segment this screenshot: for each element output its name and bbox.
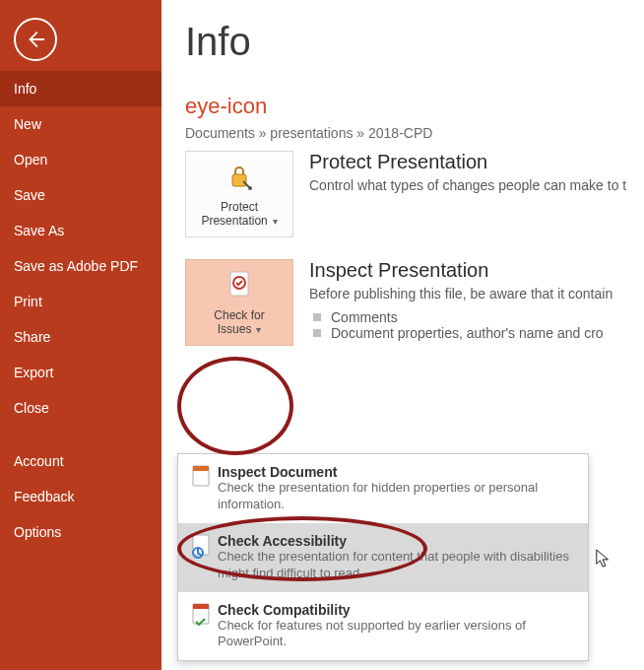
- inspect-bullets: Comments Document properties, author's n…: [309, 309, 644, 341]
- protect-presentation-button[interactable]: ProtectPresentation ▾: [185, 151, 293, 237]
- sidebar-item-close[interactable]: Close: [0, 390, 161, 426]
- backstage-sidebar: Info New Open Save Save As Save as Adobe…: [0, 0, 161, 670]
- sidebar-item-label: Options: [14, 524, 61, 540]
- menu-item-title: Check Compatibility: [218, 602, 576, 618]
- document-check-icon: [225, 270, 253, 302]
- menu-item-title: Inspect Document: [218, 464, 576, 480]
- arrow-left-icon: [25, 29, 46, 50]
- sidebar-item-savepdf[interactable]: Save as Adobe PDF: [0, 248, 161, 284]
- lock-icon: [225, 162, 254, 194]
- bullet-item: Document properties, author's name and c…: [309, 325, 644, 341]
- sidebar-item-save[interactable]: Save: [0, 177, 161, 213]
- sidebar-item-label: Print: [14, 294, 42, 309]
- compatibility-icon: [190, 602, 218, 651]
- sidebar-item-label: Account: [14, 453, 64, 469]
- accessibility-icon: [190, 533, 218, 582]
- chevron-down-icon: ▾: [253, 324, 261, 335]
- breadcrumb: Documents » presentations » 2018-CPD: [185, 125, 644, 141]
- menu-item-check-compatibility[interactable]: Check Compatibility Check for features n…: [178, 592, 588, 661]
- bullet-item: Comments: [309, 309, 644, 325]
- svg-rect-9: [193, 604, 209, 609]
- sidebar-item-label: Export: [14, 365, 53, 380]
- page-title: Info: [185, 20, 644, 64]
- sidebar-item-label: New: [14, 116, 41, 132]
- bullet-text: Comments: [331, 309, 398, 325]
- menu-item-title: Check Accessibility: [218, 533, 576, 549]
- sidebar-item-saveas[interactable]: Save As: [0, 213, 161, 248]
- sidebar-item-label: Save as Adobe PDF: [14, 258, 138, 274]
- inspect-heading: Inspect Presentation: [309, 259, 644, 282]
- sidebar-item-feedback[interactable]: Feedback: [0, 479, 161, 514]
- menu-item-desc: Check for features not supported by earl…: [218, 618, 576, 651]
- sidebar-item-label: Info: [14, 81, 36, 97]
- menu-item-inspect-document[interactable]: Inspect Document Check the presentation …: [178, 454, 588, 523]
- svg-rect-5: [193, 466, 209, 471]
- document-title: eye-icon: [185, 94, 644, 119]
- sidebar-item-label: Open: [14, 152, 47, 168]
- menu-item-desc: Check the presentation for hidden proper…: [218, 480, 576, 513]
- inspect-desc: Before publishing this file, be aware th…: [309, 286, 644, 302]
- back-button[interactable]: [14, 18, 57, 61]
- sidebar-item-options[interactable]: Options: [0, 514, 161, 550]
- document-search-icon: [190, 464, 218, 513]
- menu-item-desc: Check the presentation for content that …: [218, 549, 576, 582]
- sidebar-item-new[interactable]: New: [0, 106, 161, 142]
- sidebar-item-label: Share: [14, 329, 50, 345]
- chevron-down-icon: ▾: [270, 216, 278, 227]
- svg-rect-6: [193, 535, 209, 555]
- bullet-text: Document properties, author's name and c…: [331, 325, 604, 341]
- sidebar-item-label: Save As: [14, 223, 64, 238]
- sidebar-nav: Info New Open Save Save As Save as Adobe…: [0, 71, 161, 550]
- sidebar-item-open[interactable]: Open: [0, 142, 161, 177]
- sidebar-item-label: Feedback: [14, 489, 74, 504]
- menu-item-check-accessibility[interactable]: Check Accessibility Check the presentati…: [178, 523, 588, 592]
- svg-point-1: [248, 186, 252, 190]
- bullet-icon: [313, 313, 321, 321]
- tile-label: Check forIssues ▾: [214, 308, 264, 336]
- protect-desc: Control what types of changes people can…: [309, 177, 644, 193]
- svg-rect-0: [232, 174, 246, 186]
- sidebar-item-share[interactable]: Share: [0, 319, 161, 355]
- protect-heading: Protect Presentation: [309, 151, 644, 173]
- sidebar-item-label: Close: [14, 400, 49, 416]
- sidebar-item-label: Save: [14, 187, 45, 203]
- tile-label: ProtectPresentation ▾: [201, 200, 277, 228]
- check-for-issues-button[interactable]: Check forIssues ▾: [185, 259, 293, 346]
- sidebar-item-export[interactable]: Export: [0, 355, 161, 390]
- check-for-issues-menu: Inspect Document Check the presentation …: [177, 453, 589, 661]
- sidebar-item-account[interactable]: Account: [0, 443, 161, 479]
- protect-section: ProtectPresentation ▾ Protect Presentati…: [185, 151, 644, 237]
- sidebar-item-print[interactable]: Print: [0, 284, 161, 319]
- bullet-icon: [313, 329, 321, 337]
- sidebar-divider: [0, 426, 161, 443]
- inspect-section: Check forIssues ▾ Inspect Presentation B…: [185, 259, 644, 346]
- sidebar-item-info[interactable]: Info: [0, 71, 161, 106]
